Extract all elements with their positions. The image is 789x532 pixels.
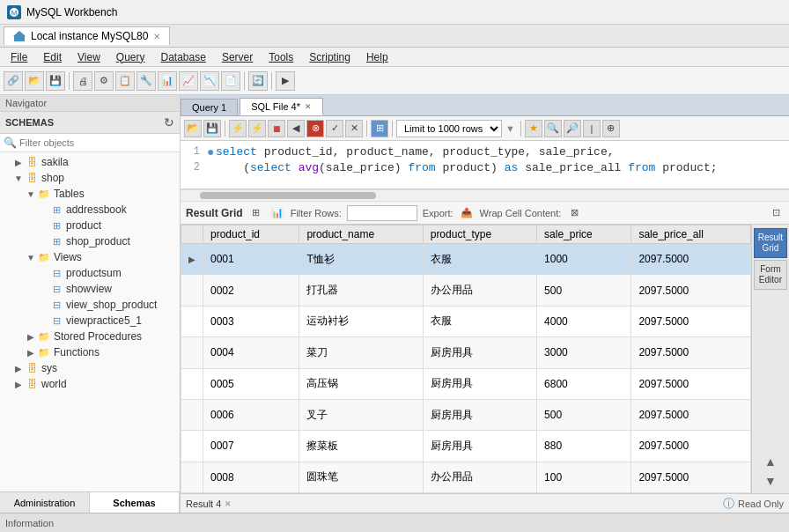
qt-open[interactable]: 📂 <box>184 120 202 137</box>
table-cell[interactable]: 2097.5000 <box>631 275 750 306</box>
schemas-refresh-icon[interactable]: ↻ <box>164 115 174 129</box>
toolbar-btn7[interactable]: 📈 <box>179 71 198 91</box>
qt-grid[interactable]: ⊞ <box>371 120 388 137</box>
table-row[interactable]: 0006叉子厨房用具5002097.5000 <box>181 399 751 430</box>
tree-item-addressbook[interactable]: ▶ ⊞ addressbook <box>0 202 180 218</box>
toolbar-btn5[interactable]: 🔧 <box>136 71 156 91</box>
filter-rows-input[interactable] <box>347 205 417 221</box>
table-cell[interactable]: 2097.5000 <box>631 306 750 336</box>
instance-tab[interactable]: Local instance MySQL80 ✕ <box>4 26 170 45</box>
qt-inspect[interactable]: 🔎 <box>564 120 581 137</box>
toolbar-btn3[interactable]: ⚙ <box>94 71 114 91</box>
export-icon[interactable]: 📤 <box>459 205 475 221</box>
table-cell[interactable]: 100 <box>537 462 631 492</box>
toolbar-btn10[interactable]: 🔄 <box>248 71 268 91</box>
qt-stop[interactable]: ⏹ <box>268 120 285 137</box>
table-cell[interactable]: 2097.5000 <box>631 399 750 430</box>
tree-item-viewpractice5-1[interactable]: ▶ ⊟ viewpractice5_1 <box>0 313 180 329</box>
table-row[interactable]: 0008圆珠笔办公用品1002097.5000 <box>181 462 751 492</box>
qt-expand[interactable]: ⊕ <box>602 120 620 137</box>
table-cell[interactable]: 0003 <box>203 306 299 336</box>
toolbar-save[interactable]: 💾 <box>46 71 65 91</box>
table-cell[interactable]: 2097.5000 <box>631 368 750 399</box>
table-cell[interactable]: 500 <box>537 399 631 430</box>
tab-schemas[interactable]: Schemas <box>90 492 180 513</box>
table-cell[interactable]: 0008 <box>203 462 299 492</box>
table-cell[interactable]: 2097.5000 <box>631 431 750 462</box>
table-cell[interactable]: 办公用品 <box>423 275 536 306</box>
qt-execute-current[interactable]: ⚡ <box>248 120 266 137</box>
table-cell[interactable]: 叉子 <box>299 399 423 430</box>
table-cell[interactable]: 打孔器 <box>299 275 423 306</box>
toolbar-open-file[interactable]: 📂 <box>25 71 44 91</box>
table-cell[interactable]: 0005 <box>203 368 299 399</box>
tab-administration[interactable]: Administration <box>0 492 90 513</box>
table-cell[interactable]: 0002 <box>203 275 299 306</box>
table-row[interactable]: 0002打孔器办公用品5002097.5000 <box>181 275 751 306</box>
col-product-type[interactable]: product_type <box>423 225 536 244</box>
table-cell[interactable]: 菜刀 <box>299 337 423 368</box>
tree-item-sakila[interactable]: ▶ 🗄 sakila <box>0 154 180 170</box>
toolbar-btn2[interactable]: 🖨 <box>73 71 92 91</box>
qt-search[interactable]: 🔍 <box>544 120 562 137</box>
sql-editor[interactable]: 1 ● select product_id, product_name, pro… <box>181 141 789 189</box>
scroll-up-icon[interactable]: ▲ <box>754 453 787 470</box>
instance-tab-close[interactable]: ✕ <box>153 32 160 41</box>
toolbar-new-connection[interactable]: 🔗 <box>4 71 23 91</box>
qt-cancel[interactable]: ✕ <box>345 120 363 137</box>
tree-item-product[interactable]: ▶ ⊞ product <box>0 218 180 233</box>
toolbar-btn9[interactable]: 📄 <box>221 71 240 91</box>
table-cell[interactable]: 擦菜板 <box>299 431 423 462</box>
result-chart-icon[interactable]: 📊 <box>269 205 285 221</box>
table-row[interactable]: 0007擦菜板厨房用具8802097.5000 <box>181 431 751 462</box>
table-cell[interactable]: 0001 <box>203 244 299 275</box>
table-cell[interactable]: 衣服 <box>423 244 536 275</box>
table-cell[interactable]: 0004 <box>203 337 299 368</box>
table-row[interactable]: 0005高压锅厨房用具68002097.5000 <box>181 368 751 399</box>
qt-col[interactable]: | <box>583 120 601 137</box>
table-cell[interactable]: 厨房用具 <box>423 431 536 462</box>
tree-item-tables[interactable]: ▼ 📁 Tables <box>0 186 180 202</box>
menu-database[interactable]: Database <box>154 49 213 65</box>
table-cell[interactable]: 厨房用具 <box>423 337 536 368</box>
result-grid-panel-btn[interactable]: Result Grid <box>754 228 787 258</box>
table-cell[interactable]: 圆珠笔 <box>299 462 423 492</box>
table-cell[interactable]: 厨房用具 <box>423 399 536 430</box>
form-editor-panel-btn[interactable]: Form Editor <box>754 260 787 290</box>
toolbar-btn11[interactable]: ▶ <box>276 71 295 91</box>
col-product-id[interactable]: product_id <box>203 225 299 244</box>
table-cell[interactable]: 运动衬衫 <box>299 306 423 336</box>
query-tab-1[interactable]: Query 1 <box>181 99 238 115</box>
tree-item-world[interactable]: ▶ 🗄 world <box>0 376 180 392</box>
table-cell[interactable]: 2097.5000 <box>631 337 750 368</box>
menu-help[interactable]: Help <box>359 49 395 65</box>
toolbar-btn6[interactable]: 📊 <box>158 71 177 91</box>
menu-edit[interactable]: Edit <box>36 49 69 65</box>
table-cell[interactable]: 0007 <box>203 431 299 462</box>
tree-item-shop[interactable]: ▼ 🗄 shop <box>0 170 180 186</box>
query-tab-2[interactable]: SQL File 4* ✕ <box>240 98 323 115</box>
qt-save[interactable]: 💾 <box>203 120 221 137</box>
table-cell[interactable]: 厨房用具 <box>423 368 536 399</box>
table-cell[interactable]: 500 <box>537 275 631 306</box>
table-row[interactable]: 0003运动衬衫衣服40002097.5000 <box>181 306 751 336</box>
result-grid-icon[interactable]: ⊞ <box>248 205 264 221</box>
tree-item-showview[interactable]: ▶ ⊟ showview <box>0 281 180 297</box>
table-cell[interactable]: 0006 <box>203 399 299 430</box>
qt-refresh[interactable]: ⊗ <box>306 120 324 137</box>
scroll-down-icon[interactable]: ▼ <box>754 472 787 490</box>
table-row[interactable]: 0004菜刀厨房用具30002097.5000 <box>181 337 751 368</box>
filter-input[interactable] <box>19 137 176 148</box>
menu-file[interactable]: File <box>4 49 34 65</box>
menu-query[interactable]: Query <box>109 49 152 65</box>
result-tab-close[interactable]: ✕ <box>225 499 232 508</box>
query-tab-close[interactable]: ✕ <box>305 102 312 111</box>
col-sale-price-all[interactable]: sale_price_all <box>631 225 750 244</box>
table-cell[interactable]: 办公用品 <box>423 462 536 492</box>
limit-select[interactable]: Limit to 1000 rows <box>396 120 502 137</box>
table-row[interactable]: ▶0001T恤衫衣服10002097.5000 <box>181 244 751 275</box>
menu-server[interactable]: Server <box>215 49 260 65</box>
table-cell[interactable]: 4000 <box>537 306 631 336</box>
tree-item-shop-product[interactable]: ▶ ⊞ shop_product <box>0 233 180 249</box>
toolbar-btn8[interactable]: 📉 <box>200 71 219 91</box>
